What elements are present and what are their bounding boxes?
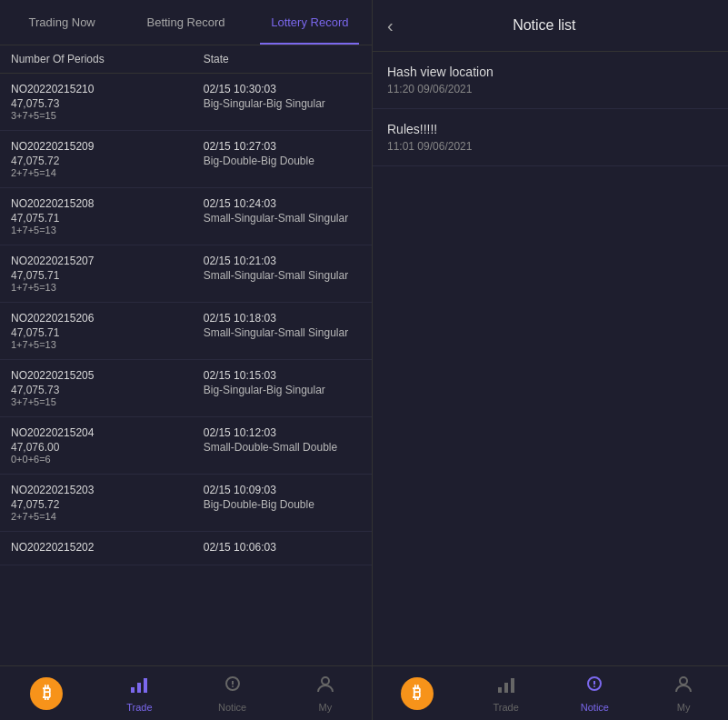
svg-rect-9 xyxy=(511,678,514,693)
svg-point-6 xyxy=(322,677,329,685)
bitcoin-icon-right: ₿ xyxy=(401,677,434,710)
record-period: NO20220215205 47,075.73 3+7+5=15 xyxy=(11,369,204,407)
table-row[interactable]: NO20220215207 47,075.71 1+7+5=13 02/15 1… xyxy=(0,245,372,303)
tab-lottery-record[interactable]: Lottery Record xyxy=(248,0,372,45)
notice-title: Hash view location xyxy=(387,65,713,79)
left-panel: Trading Now Betting Record Lottery Recor… xyxy=(0,0,373,720)
records-list: NO20220215210 47,075.73 3+7+5=15 02/15 1… xyxy=(0,74,372,665)
svg-point-12 xyxy=(593,685,595,687)
table-row[interactable]: NO20220215202 02/15 10:06:03 xyxy=(0,532,372,565)
table-row[interactable]: NO20220215209 47,075.72 2+7+5=14 02/15 1… xyxy=(0,131,372,188)
table-header: Number Of Periods State xyxy=(0,45,372,74)
nav-home-left[interactable]: ₿ xyxy=(0,666,93,720)
nav-trade-label-right: Trade xyxy=(493,702,518,713)
table-row[interactable]: NO20220215206 47,075.71 1+7+5=13 02/15 1… xyxy=(0,303,372,360)
nav-notice-label-left: Notice xyxy=(218,702,246,713)
svg-rect-7 xyxy=(498,687,502,693)
nav-my-label-right: My xyxy=(677,702,691,713)
record-period: NO20220215204 47,076.00 0+0+6=6 xyxy=(11,426,204,465)
nav-my-right[interactable]: My xyxy=(639,666,728,720)
record-state: 02/15 10:24:03 Small-Singular-Small Sing… xyxy=(204,197,361,225)
notice-icon-left xyxy=(223,675,243,699)
notice-time: 11:20 09/06/2021 xyxy=(387,83,713,95)
notice-item[interactable]: Hash view location 11:20 09/06/2021 xyxy=(373,52,728,109)
table-row[interactable]: NO20220215203 47,075.72 2+7+5=14 02/15 1… xyxy=(0,475,372,532)
table-row[interactable]: NO20220215205 47,075.73 3+7+5=15 02/15 1… xyxy=(0,360,372,417)
my-icon-left xyxy=(315,675,335,699)
record-state: 02/15 10:18:03 Small-Singular-Small Sing… xyxy=(204,312,361,339)
record-state: 02/15 10:21:03 Small-Singular-Small Sing… xyxy=(204,255,361,282)
bitcoin-icon: ₿ xyxy=(30,677,63,710)
record-period: NO20220215203 47,075.72 2+7+5=14 xyxy=(11,484,204,522)
my-icon-right xyxy=(673,675,693,699)
nav-my-label-left: My xyxy=(319,702,333,713)
svg-rect-8 xyxy=(504,683,508,693)
trade-icon-right xyxy=(496,675,516,699)
nav-home-right[interactable]: ₿ xyxy=(373,666,462,720)
table-row[interactable]: NO20220215210 47,075.73 3+7+5=15 02/15 1… xyxy=(0,74,372,131)
record-period: NO20220215202 xyxy=(11,541,204,555)
record-state: 02/15 10:15:03 Big-Singular-Big Singular xyxy=(204,369,361,396)
record-period: NO20220215210 47,075.73 3+7+5=15 xyxy=(11,83,204,121)
notice-time: 11:01 09/06/2021 xyxy=(387,140,713,153)
nav-trade-left[interactable]: Trade xyxy=(93,666,185,720)
trade-icon xyxy=(129,675,149,699)
table-row[interactable]: NO20220215208 47,075.71 1+7+5=13 02/15 1… xyxy=(0,188,372,245)
left-bottom-nav: ₿ Trade Notice xyxy=(0,665,372,720)
nav-trade-right[interactable]: Trade xyxy=(462,666,551,720)
svg-point-13 xyxy=(680,677,687,685)
notice-list: Hash view location 11:20 09/06/2021 Rule… xyxy=(373,52,728,665)
notice-item[interactable]: Rules!!!!! 11:01 09/06/2021 xyxy=(373,109,728,166)
right-panel: ‹ Notice list Hash view location 11:20 0… xyxy=(373,0,728,720)
record-period: NO20220215206 47,075.71 1+7+5=13 xyxy=(11,312,204,350)
notice-title: Rules!!!!! xyxy=(387,122,713,136)
right-bottom-nav: ₿ Trade Notice xyxy=(373,665,728,720)
svg-point-5 xyxy=(232,685,234,687)
nav-notice-left[interactable]: Notice xyxy=(186,666,279,720)
record-period: NO20220215207 47,075.71 1+7+5=13 xyxy=(11,255,204,293)
record-period: NO20220215208 47,075.71 1+7+5=13 xyxy=(11,197,204,235)
record-state: 02/15 10:09:03 Big-Double-Big Double xyxy=(204,484,361,511)
table-row[interactable]: NO20220215204 47,076.00 0+0+6=6 02/15 10… xyxy=(0,417,372,475)
col-state-header: State xyxy=(204,53,361,65)
record-period: NO20220215209 47,075.72 2+7+5=14 xyxy=(11,140,204,178)
back-button[interactable]: ‹ xyxy=(387,15,394,36)
nav-my-left[interactable]: My xyxy=(279,666,372,720)
record-state: 02/15 10:30:03 Big-Singular-Big Singular xyxy=(204,83,361,110)
nav-trade-label-left: Trade xyxy=(126,702,152,713)
record-state: 02/15 10:06:03 xyxy=(204,541,361,555)
notice-icon-right xyxy=(584,675,604,699)
svg-rect-0 xyxy=(131,687,135,693)
record-state: 02/15 10:27:03 Big-Double-Big Double xyxy=(204,140,361,167)
col-period-header: Number Of Periods xyxy=(11,53,204,65)
tab-trading-now[interactable]: Trading Now xyxy=(0,0,124,45)
svg-rect-2 xyxy=(144,678,147,693)
svg-rect-1 xyxy=(137,683,141,693)
notice-list-title: Notice list xyxy=(403,17,686,34)
nav-notice-label-right: Notice xyxy=(581,702,609,713)
record-state: 02/15 10:12:03 Small-Double-Small Double xyxy=(204,426,361,454)
right-header: ‹ Notice list xyxy=(373,0,728,52)
nav-notice-right[interactable]: Notice xyxy=(551,666,640,720)
left-tabs: Trading Now Betting Record Lottery Recor… xyxy=(0,0,372,45)
tab-betting-record[interactable]: Betting Record xyxy=(124,0,247,45)
